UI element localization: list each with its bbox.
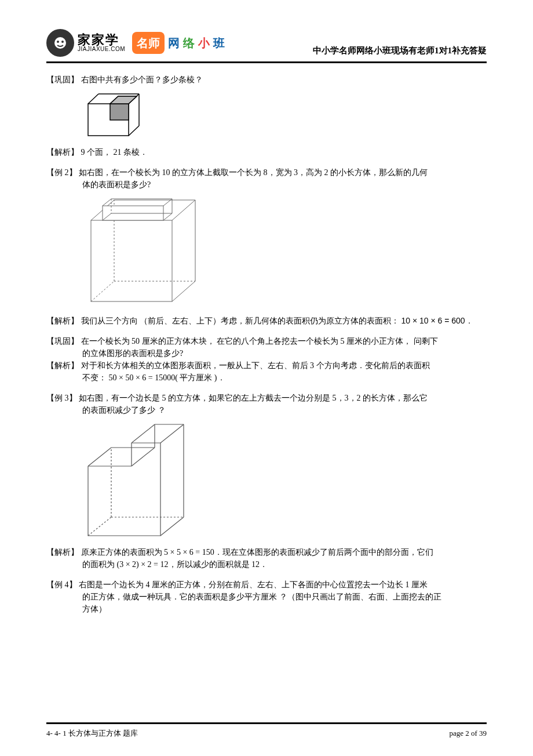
logo-block: 家家学 JIAJIAXUE.COM 名师 网 络 小 班	[46, 29, 225, 57]
svg-line-46	[88, 517, 111, 536]
svg-line-38	[132, 448, 155, 466]
example-2: 【例 2】 如右图，在一个棱长为 10 的立方体上截取一个长为 8，宽为 3，高…	[46, 166, 487, 327]
svg-line-37	[88, 448, 111, 466]
header-tagline: 中小学名师网络小班现场有老师1对1补充答疑	[313, 44, 487, 57]
page-header: 家家学 JIAJIAXUE.COM 名师 网 络 小 班 中小学名师网络小班现场…	[46, 29, 487, 63]
example-4: 【例 4】 右图是一个边长为 4 厘米的正方体，分别在前后、左右、上下各面的中心…	[46, 579, 487, 615]
consolidate-1: 【巩固】 右图中共有多少个面？多少条棱？	[46, 74, 487, 158]
analysis-label: 【解析】	[46, 361, 79, 370]
footer-left: 4- 4- 1 长方体与正方体 题库	[46, 728, 138, 739]
consolidate-2-line1: 在一个棱长为 50 厘米的正方体木块， 在它的八个角上各挖去一个棱长为 5 厘米…	[81, 337, 438, 346]
document-page: 家家学 JIAJIAXUE.COM 名师 网 络 小 班 中小学名师网络小班现场…	[0, 0, 533, 756]
consolidate-1-answer: 9 个面， 21 条棱．	[81, 148, 148, 157]
page-footer: 4- 4- 1 长方体与正方体 题库 page 2 of 39	[46, 722, 487, 739]
consolidate-label: 【巩固】	[46, 75, 79, 84]
consolidate-2-line2: 的立体图形的表面积是多少?	[46, 347, 487, 359]
analysis-label: 【解析】	[46, 317, 79, 325]
example-label: 【例 4】	[46, 580, 77, 589]
example-3-line1: 如右图，有一个边长是 5 的立方体，如果它的左上方截去一个边分别是 5，3，2 …	[79, 394, 428, 402]
consolidate-2-ans-line1: 对于和长方体相关的立体图形表面积，一般从上下、左右、前后 3 个方向考虑．变化前…	[81, 361, 430, 370]
footer-right: page 2 of 39	[449, 728, 487, 739]
example-4-line2: 的正方体，做成一种玩具．它的表面积是多少平方厘米 ？（图中只画出了前面、右面、上…	[46, 591, 487, 603]
example-label: 【例 2】	[46, 168, 77, 177]
svg-line-19	[172, 281, 195, 301]
svg-point-2	[57, 41, 59, 43]
example-3-ans-line2: 的面积为 (3 × 2) × 2 = 12，所以减少的面积就是 12．	[46, 558, 487, 570]
consolidate-2: 【巩固】 在一个棱长为 50 厘米的正方体木块， 在它的八个角上各挖去一个棱长为…	[46, 335, 487, 384]
figure-2	[82, 194, 487, 310]
example-2-formula: 10 × 10 × 6 = 600．	[401, 316, 473, 325]
example-label: 【例 3】	[46, 394, 77, 402]
example-4-line1: 右图是一个边长为 4 厘米的正方体，分别在前后、左右、上下各面的中心位置挖去一个…	[79, 580, 428, 589]
svg-line-44	[160, 517, 184, 536]
badge-wang: 网	[168, 34, 180, 52]
consolidate-label: 【巩固】	[46, 337, 79, 346]
svg-marker-14	[110, 96, 137, 104]
svg-line-25	[103, 199, 111, 206]
logo-english-text: JIAJIAXUE.COM	[78, 46, 125, 52]
svg-line-29	[163, 213, 172, 220]
svg-line-41	[160, 424, 184, 443]
badge-ban: 班	[213, 34, 225, 52]
example-2-answer-text: 我们从三个方向 （前后、左右、上下）考虑，新几何体的表面积仍为原立方体的表面积：	[81, 317, 400, 325]
badge-mingshi: 名师	[132, 32, 165, 54]
example-2-line1: 如右图，在一个棱长为 10 的立方体上截取一个长为 8，宽为 3，高为 2 的小…	[79, 168, 428, 177]
lion-logo-icon	[46, 29, 74, 57]
svg-line-40	[132, 424, 155, 443]
consolidate-1-text: 右图中共有多少个面？多少条棱？	[81, 75, 203, 84]
analysis-label: 【解析】	[46, 548, 79, 557]
svg-rect-10	[110, 104, 129, 120]
badge-xiao: 小	[198, 34, 210, 52]
svg-rect-15	[91, 220, 172, 301]
example-3: 【例 3】 如右图，有一个边长是 5 的立方体，如果它的左上方截去一个边分别是 …	[46, 392, 487, 570]
example-3-line2: 的表面积减少了多少 ？	[46, 404, 487, 416]
badge-luo: 络	[183, 34, 195, 52]
figure-3	[82, 420, 487, 541]
svg-line-5	[88, 94, 98, 104]
svg-line-17	[172, 200, 195, 220]
logo-chinese-text: 家家学	[78, 34, 125, 46]
figure-1	[82, 89, 487, 141]
example-3-ans-line1: 原来正方体的表面积为 5 × 5 × 6 = 150．现在立体图形的表面积减少了…	[81, 548, 433, 557]
example-4-line3: 方体）	[46, 603, 487, 615]
svg-line-21	[91, 281, 114, 301]
analysis-label: 【解析】	[46, 148, 79, 157]
example-2-line2: 体的表面积是多少?	[46, 179, 487, 191]
consolidate-2-ans-line2: 不变： 50 × 50 × 6 = 15000( 平方厘米 )．	[46, 372, 487, 384]
svg-line-7	[129, 126, 139, 136]
svg-point-3	[61, 41, 64, 43]
